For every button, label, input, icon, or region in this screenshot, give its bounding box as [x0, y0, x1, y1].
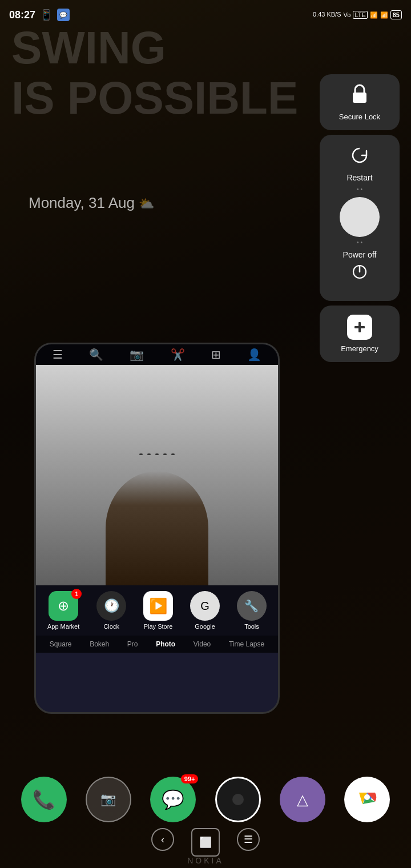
- message-notification-icon: 💬: [57, 9, 70, 21]
- power-slider-area: • • Power off: [320, 197, 400, 301]
- phone-photo-area: [36, 365, 278, 585]
- power-off-icon: [352, 264, 368, 292]
- phone-app-market: ⊕ App Market: [47, 591, 79, 630]
- phone-app-clock: 🕐 Clock: [96, 591, 126, 630]
- 4g-icon: 📶: [370, 11, 378, 19]
- person-silhouette: [106, 471, 208, 585]
- toolbar-search-icon: 🔍: [89, 348, 103, 361]
- mode-pro: Pro: [127, 640, 138, 648]
- toolbar-menu-icon: ☰: [53, 348, 63, 361]
- bottom-dock: 📞 📷 💬 99+ △: [0, 777, 411, 822]
- phone-app-playstore: ▶️ Play Store: [143, 591, 173, 630]
- 3g-icon: 📶: [380, 11, 388, 19]
- home-button[interactable]: ⬜: [191, 828, 220, 857]
- secure-lock-label: Secure Lock: [339, 112, 380, 121]
- network-type: Vo: [344, 11, 351, 18]
- restart-section: Restart • •: [320, 135, 400, 197]
- back-button[interactable]: ‹: [151, 828, 174, 851]
- time-display: 08:27: [9, 9, 35, 21]
- power-off-label: Power off: [343, 248, 377, 262]
- phone-call-button[interactable]: 📞: [21, 777, 67, 822]
- power-menu: Secure Lock Restart • • • • Power off: [320, 74, 400, 362]
- shutter-button[interactable]: [215, 777, 261, 822]
- chrome-icon: [357, 787, 377, 812]
- nav-bar: ‹ ⬜ ☰: [0, 828, 411, 857]
- svg-point-7: [364, 794, 370, 800]
- app-playstore-label: Play Store: [144, 623, 173, 630]
- crave-button[interactable]: △: [280, 777, 325, 822]
- mode-timelapse: Time Lapse: [229, 640, 264, 648]
- birds-on-wire: [36, 453, 278, 455]
- mode-bokeh: Bokeh: [90, 640, 109, 648]
- messages-button[interactable]: 💬 99+: [150, 777, 196, 822]
- restart-power-card: Restart • • • • Power off: [320, 135, 400, 301]
- weather-icon: ⛅: [139, 196, 154, 211]
- app-clock-label: Clock: [103, 623, 119, 630]
- date-display: Monday, 31 Aug ⛅: [29, 194, 154, 212]
- phone-icon: 📞: [33, 789, 55, 810]
- restart-icon: [350, 146, 369, 168]
- dots-divider-top: • •: [357, 187, 362, 192]
- messages-icon: 💬: [162, 789, 184, 810]
- emergency-button[interactable]: Emergency: [320, 306, 400, 362]
- svg-rect-4: [354, 326, 365, 328]
- phone-toolbar: ☰ 🔍 📷 ✂️ ⊞ 👤: [36, 344, 278, 365]
- chrome-button[interactable]: [344, 777, 390, 822]
- camera-modes-bar: Square Bokeh Pro Photo Video Time Lapse: [36, 636, 278, 653]
- toolbar-camera-icon: 📷: [130, 348, 144, 361]
- app-google-label: Google: [195, 623, 215, 630]
- messages-badge: 99+: [181, 774, 199, 783]
- dots-divider-bottom: • •: [357, 239, 362, 246]
- battery-indicator: 85: [390, 10, 402, 19]
- network-speed: 0.43 KB/S: [313, 11, 341, 18]
- background-phone-screen: ☰ 🔍 📷 ✂️ ⊞ 👤 ⊕ App Market 🕐 Clock ▶️ Pla…: [34, 343, 280, 714]
- app-tools-label: Tools: [244, 623, 259, 630]
- app-market-label: App Market: [47, 623, 79, 630]
- restart-label: Restart: [346, 173, 372, 182]
- mode-photo: Photo: [156, 640, 175, 648]
- lte-badge: LTE: [353, 11, 367, 19]
- svg-rect-0: [353, 93, 366, 103]
- toolbar-tools-icon: ✂️: [171, 348, 185, 361]
- camera-dock-button[interactable]: 📷: [86, 777, 131, 822]
- camera-icon: 📷: [100, 792, 116, 807]
- emergency-label: Emergency: [341, 344, 378, 353]
- nokia-brand: NOKIA: [187, 856, 224, 865]
- recents-button[interactable]: ☰: [237, 828, 260, 851]
- phone-app-google: G Google: [190, 591, 220, 630]
- secure-lock-button[interactable]: Secure Lock: [320, 74, 400, 130]
- whatsapp-notification-icon: 📱: [40, 9, 53, 21]
- lock-icon: [350, 83, 369, 108]
- emergency-plus-icon: [347, 315, 372, 340]
- crave-icon: △: [297, 791, 308, 809]
- mode-square: Square: [50, 640, 72, 648]
- toolbar-user-icon: 👤: [247, 348, 261, 361]
- toolbar-grid-icon: ⊞: [211, 348, 221, 361]
- phone-app-tools: 🔧 Tools: [237, 591, 267, 630]
- mode-video: Video: [194, 640, 211, 648]
- status-bar: 08:27 📱 💬 0.43 KB/S Vo LTE 📶 📶 85: [0, 0, 411, 30]
- power-slider-thumb[interactable]: [340, 197, 380, 237]
- phone-apps-row: ⊕ App Market 🕐 Clock ▶️ Play Store G Goo…: [36, 585, 278, 636]
- background-text: SWING IS POSSIBLE: [11, 23, 298, 123]
